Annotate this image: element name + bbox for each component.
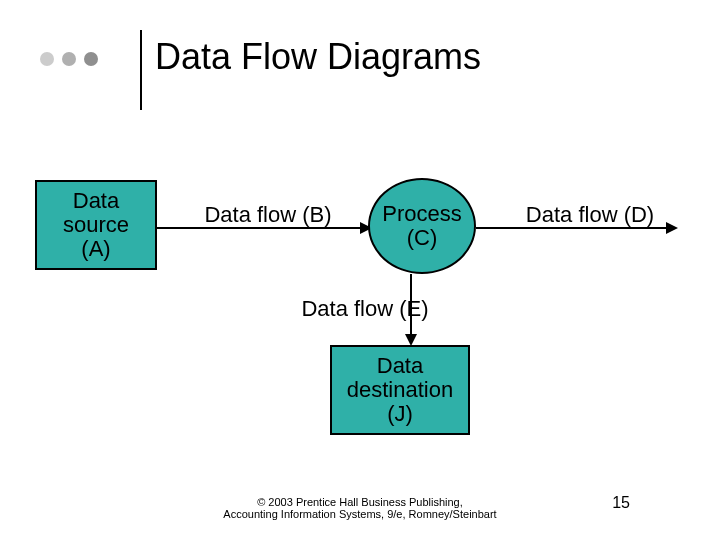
- data-destination-line2: destination: [347, 377, 453, 402]
- footer-line2: Accounting Information Systems, 9/e, Rom…: [223, 508, 496, 520]
- data-destination-box: Data destination (J): [330, 345, 470, 435]
- data-source-line3: (A): [81, 236, 110, 261]
- flow-label-d: Data flow (D): [500, 202, 680, 228]
- flow-label-b: Data flow (B): [178, 202, 358, 228]
- process-line1: Process: [382, 201, 461, 226]
- flow-label-e: Data flow (E): [275, 296, 455, 322]
- process-line2: (C): [407, 225, 438, 250]
- slide: Data Flow Diagrams Data source (A) Data …: [0, 0, 720, 540]
- diagram-canvas: Data source (A) Data flow (B) Process (C…: [0, 0, 720, 540]
- data-source-box: Data source (A): [35, 180, 157, 270]
- process-circle: Process (C): [368, 178, 476, 274]
- data-destination-line3: (J): [387, 401, 413, 426]
- data-source-line1: Data: [73, 188, 119, 213]
- data-source-line2: source: [63, 212, 129, 237]
- data-destination-line1: Data: [377, 353, 423, 378]
- page-number: 15: [612, 494, 630, 512]
- footer-line1: © 2003 Prentice Hall Business Publishing…: [257, 496, 463, 508]
